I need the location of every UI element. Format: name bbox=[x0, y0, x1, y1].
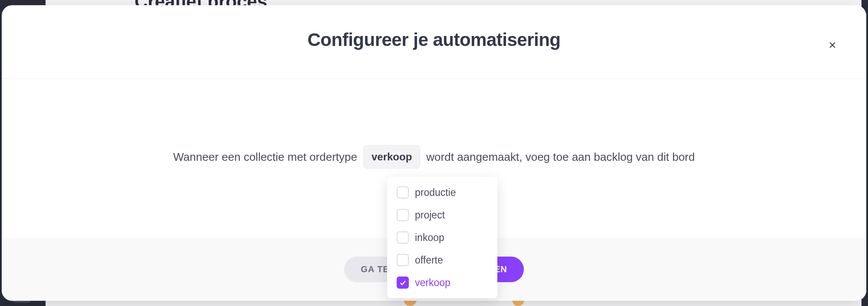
checkbox-checked bbox=[397, 277, 409, 289]
checkbox-unchecked bbox=[397, 254, 409, 266]
ordertype-dropdown-trigger[interactable]: verkoop bbox=[363, 145, 420, 169]
check-icon bbox=[399, 279, 407, 286]
checkbox-unchecked bbox=[397, 231, 409, 244]
option-label: project bbox=[415, 209, 445, 221]
checkbox-unchecked bbox=[397, 186, 409, 199]
close-button[interactable] bbox=[825, 38, 839, 52]
option-label: productie bbox=[415, 187, 456, 199]
sentence-suffix: wordt aangemaakt, voeg toe aan backlog v… bbox=[426, 150, 695, 164]
checkbox-unchecked bbox=[397, 209, 409, 221]
automation-config-modal: Configureer je automatisering Wanneer ee… bbox=[2, 5, 866, 301]
dropdown-option-productie[interactable]: productie bbox=[387, 181, 497, 204]
dropdown-option-inkoop[interactable]: inkoop bbox=[387, 226, 497, 249]
modal-header: Configureer je automatisering bbox=[2, 5, 866, 79]
close-icon bbox=[828, 41, 837, 49]
option-label: verkoop bbox=[415, 277, 450, 289]
dropdown-option-verkoop[interactable]: verkoop bbox=[387, 271, 497, 294]
dropdown-option-offerte[interactable]: offerte bbox=[387, 249, 497, 271]
option-label: offerte bbox=[415, 254, 443, 266]
dropdown-option-project[interactable]: project bbox=[387, 204, 497, 226]
modal-title: Configureer je automatisering bbox=[308, 29, 561, 50]
ordertype-dropdown-menu: productie project inkoop offerte verkoop bbox=[387, 177, 497, 298]
option-label: inkoop bbox=[415, 232, 444, 244]
sentence-prefix: Wanneer een collectie met ordertype bbox=[173, 150, 357, 164]
automation-sentence: Wanneer een collectie met ordertype verk… bbox=[173, 145, 695, 169]
